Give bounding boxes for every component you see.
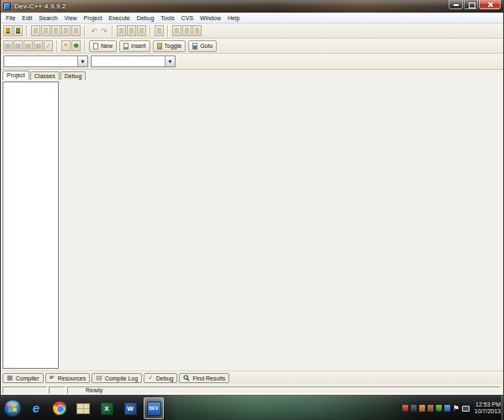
internet-explorer-icon <box>33 401 39 416</box>
taskbar-clock[interactable]: 12:53 PM 10/7/2013 <box>475 402 501 415</box>
tray-app-blue-icon[interactable] <box>444 405 450 412</box>
replace-icon[interactable] <box>127 25 136 36</box>
run-icon[interactable]: ▦ <box>13 40 23 51</box>
project-browser-panel[interactable] <box>3 81 59 369</box>
compile-run-icon[interactable]: ▦ <box>24 40 33 51</box>
status-panel-message: Ready <box>67 386 501 394</box>
devcpp-taskbar-icon <box>147 402 161 416</box>
debug-icon[interactable]: ✦ <box>61 40 71 51</box>
chevron-down-icon[interactable] <box>77 56 87 66</box>
excel-icon <box>101 402 113 415</box>
menu-help[interactable]: Help <box>224 14 243 22</box>
tab-compile-log[interactable]: ▤ Compile Log <box>92 373 142 383</box>
taskbar-devcpp-active[interactable] <box>144 397 164 419</box>
syntax-check-icon[interactable]: ✓ <box>44 40 53 51</box>
tray-app-brown-icon[interactable] <box>428 405 433 412</box>
profile-icon[interactable]: ● <box>71 40 81 51</box>
taskbar-file-explorer[interactable] <box>73 397 93 419</box>
explorer-tabs: Project Classes Debug <box>3 71 87 80</box>
network-icon[interactable] <box>462 406 470 412</box>
tab-project[interactable]: Project <box>3 71 29 80</box>
tab-classes[interactable]: Classes <box>30 71 60 80</box>
taskbar-word[interactable] <box>120 397 140 419</box>
tray-app-dark-icon[interactable] <box>411 405 417 412</box>
cut-icon[interactable] <box>172 25 181 36</box>
maximize-button[interactable] <box>464 0 478 9</box>
tab-find-results[interactable]: Find Results <box>179 373 229 383</box>
compile-icon[interactable]: ▦ <box>3 40 13 51</box>
compiler-combo-value <box>4 56 77 66</box>
paste-icon[interactable] <box>192 25 202 36</box>
window-controls <box>448 0 501 9</box>
open-file-icon[interactable] <box>13 25 23 36</box>
menu-file[interactable]: File <box>3 14 18 22</box>
tab-compiler[interactable]: ▦ Compiler <box>3 373 44 383</box>
bookmark-goto-label: Goto <box>200 43 213 49</box>
toolbar-separator <box>56 40 58 52</box>
tab-debug-label: Debug <box>156 375 174 381</box>
menu-cvs[interactable]: CVS <box>178 14 197 22</box>
menu-search[interactable]: Search <box>35 14 60 22</box>
class-combo-value <box>92 56 165 66</box>
taskbar-internet-explorer[interactable] <box>26 397 46 419</box>
bookmark-goto-button[interactable]: Goto <box>188 40 217 52</box>
tab-debug-bottom[interactable]: ✓ Debug <box>144 373 177 383</box>
menu-debug[interactable]: Debug <box>134 14 158 22</box>
goto-line-icon[interactable] <box>155 25 164 36</box>
print-icon[interactable] <box>71 25 81 36</box>
insert-icon <box>123 43 129 50</box>
copy-icon[interactable] <box>182 25 192 36</box>
save-icon[interactable] <box>31 25 40 36</box>
bookmark-toggle-button[interactable]: Toggle <box>153 40 186 52</box>
window-title: Dev-C++ 4.9.9.2 <box>14 3 66 10</box>
tab-resources[interactable]: ☛ Resources <box>45 373 91 383</box>
tab-debug[interactable]: Debug <box>60 71 87 80</box>
close-file-icon[interactable] <box>51 25 60 36</box>
tray-shield-red-icon[interactable] <box>402 405 408 412</box>
status-bar: Ready <box>1 385 503 395</box>
bookmark-toggle-label: Toggle <box>165 43 182 49</box>
devcpp-window: Dev-C++ 4.9.9.2 File Edit Search View Pr… <box>0 0 504 395</box>
bookmark-new-button[interactable]: New <box>89 40 117 52</box>
menu-window[interactable]: Window <box>197 14 224 22</box>
client-area: Project Classes Debug <box>1 70 503 370</box>
toolbar-separator <box>150 25 151 37</box>
minimize-button[interactable] <box>449 0 463 9</box>
word-icon <box>124 402 137 415</box>
redo-icon[interactable]: ↷ <box>99 27 109 35</box>
save-all-icon[interactable] <box>41 25 50 36</box>
taskbar-items <box>3 397 164 419</box>
devcpp-app-icon <box>3 3 11 10</box>
close-all-icon[interactable] <box>61 25 71 36</box>
taskbar: ⚑ 12:53 PM 10/7/2013 <box>0 395 504 420</box>
find-next-icon[interactable] <box>137 25 146 36</box>
taskbar-excel[interactable] <box>97 397 117 419</box>
class-browser-combo[interactable] <box>91 55 176 67</box>
action-center-flag-icon[interactable]: ⚑ <box>453 405 459 412</box>
new-project-icon[interactable] <box>3 25 13 36</box>
rebuild-icon[interactable]: ▦ <box>34 40 43 51</box>
chevron-down-icon[interactable] <box>165 56 175 66</box>
undo-icon[interactable]: ↶ <box>89 27 99 35</box>
menu-execute[interactable]: Execute <box>105 14 133 22</box>
find-results-magnifier-icon <box>183 375 190 381</box>
menu-project[interactable]: Project <box>81 14 106 22</box>
titlebar[interactable]: Dev-C++ 4.9.9.2 <box>1 0 503 13</box>
tray-shield-green-icon[interactable] <box>436 405 442 412</box>
screen: Dev-C++ 4.9.9.2 File Edit Search View Pr… <box>0 0 504 420</box>
compiler-selection-combo[interactable] <box>3 55 88 67</box>
resources-hand-icon: ☛ <box>50 375 55 381</box>
bookmark-insert-button[interactable]: Insert <box>119 40 150 52</box>
taskbar-chrome[interactable] <box>50 397 70 419</box>
new-doc-icon <box>93 43 98 50</box>
menu-tools[interactable]: Tools <box>157 14 177 22</box>
clock-time: 12:53 PM <box>475 402 501 408</box>
menu-edit[interactable]: Edit <box>18 14 35 22</box>
find-icon[interactable] <box>117 25 126 36</box>
menu-view[interactable]: View <box>61 14 81 22</box>
close-button[interactable] <box>479 0 501 9</box>
tray-app-orange-icon[interactable] <box>419 405 425 412</box>
combo-toolbar <box>1 54 503 70</box>
start-button[interactable] <box>3 397 23 419</box>
tab-find-results-label: Find Results <box>192 375 225 381</box>
